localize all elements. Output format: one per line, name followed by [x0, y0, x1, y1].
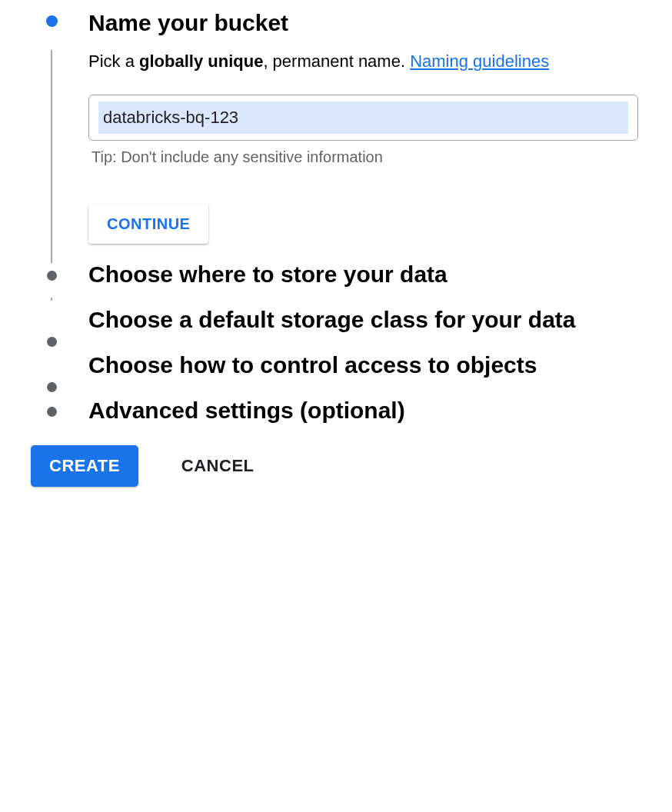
step-connector: [51, 298, 52, 301]
subtitle-bold: globally unique: [139, 52, 263, 71]
create-button[interactable]: CREATE: [31, 445, 138, 487]
continue-button[interactable]: CONTINUE: [88, 205, 208, 244]
step-title-advanced: Advanced settings (optional): [88, 395, 641, 425]
step-access-control[interactable]: Choose how to control access to objects: [31, 350, 641, 395]
subtitle-prefix: Pick a: [88, 52, 139, 71]
naming-guidelines-link[interactable]: Naming guidelines: [410, 52, 549, 71]
step-subtitle: Pick a globally unique, permanent name. …: [88, 52, 641, 72]
step-advanced[interactable]: Advanced settings (optional): [31, 395, 641, 441]
step-connector: [51, 50, 52, 263]
bucket-name-input[interactable]: [98, 102, 628, 134]
wizard-footer: CREATE CANCEL: [31, 441, 641, 487]
step-title-name: Name your bucket: [88, 8, 641, 38]
subtitle-suffix: , permanent name.: [263, 52, 410, 71]
create-bucket-wizard: Name your bucket Pick a globally unique,…: [0, 0, 672, 510]
step-title-location: Choose where to store your data: [88, 259, 641, 289]
bucket-name-input-wrap: [88, 95, 638, 141]
step-location[interactable]: Choose where to store your data: [31, 259, 641, 304]
cancel-button[interactable]: CANCEL: [177, 455, 259, 477]
step-title-storage-class: Choose a default storage class for your …: [88, 304, 641, 334]
bucket-name-tip: Tip: Don't include any sensitive informa…: [91, 148, 638, 166]
step-name-bucket: Name your bucket Pick a globally unique,…: [31, 8, 641, 259]
step-storage-class[interactable]: Choose a default storage class for your …: [31, 304, 641, 350]
step-title-access: Choose how to control access to objects: [88, 350, 641, 380]
